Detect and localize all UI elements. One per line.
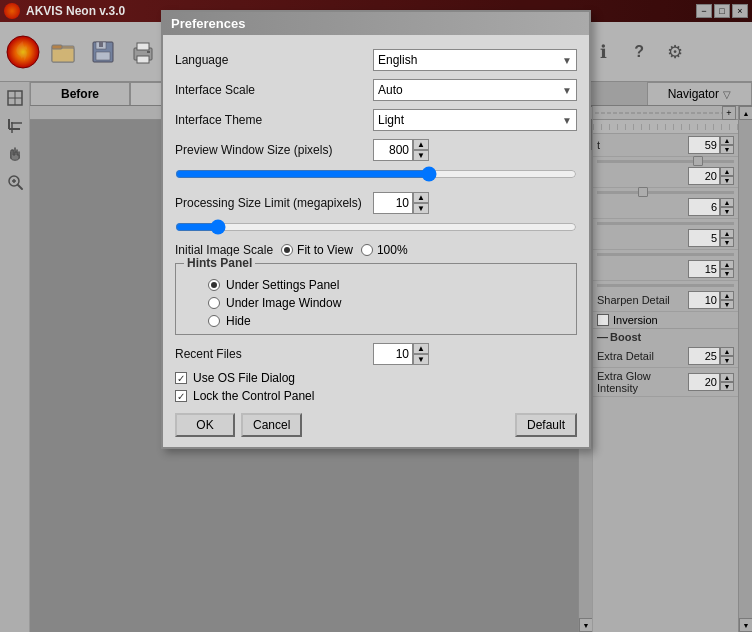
fit-to-view-label: Fit to View <box>297 243 353 257</box>
hints-hide-radio[interactable] <box>208 315 220 327</box>
processing-limit-spinner[interactable]: 10 ▲ ▼ <box>373 192 429 214</box>
recent-files-val[interactable]: 10 <box>373 343 413 365</box>
recent-files-up[interactable]: ▲ <box>413 343 429 354</box>
processing-limit-val[interactable]: 10 <box>373 192 413 214</box>
language-arrow-icon: ▼ <box>562 55 572 66</box>
language-select[interactable]: English ▼ <box>373 49 577 71</box>
theme-arrow-icon: ▼ <box>562 115 572 126</box>
recent-files-down[interactable]: ▼ <box>413 354 429 365</box>
cancel-button[interactable]: Cancel <box>241 413 302 437</box>
hints-hide-row[interactable]: Hide <box>184 312 568 330</box>
recent-files-btns: ▲ ▼ <box>413 343 429 365</box>
hints-hide-label: Hide <box>226 314 251 328</box>
hints-under-settings-label: Under Settings Panel <box>226 278 339 292</box>
use-os-dialog-label: Use OS File Dialog <box>193 371 295 385</box>
recent-files-row: Recent Files 10 ▲ ▼ <box>163 339 589 369</box>
ok-button[interactable]: OK <box>175 413 235 437</box>
interface-theme-select[interactable]: Light ▼ <box>373 109 577 131</box>
interface-scale-select[interactable]: Auto ▼ <box>373 79 577 101</box>
lock-control-checkbox[interactable]: ✓ <box>175 390 187 402</box>
use-os-dialog-row: ✓ Use OS File Dialog <box>163 369 589 387</box>
fit-to-view-option[interactable]: Fit to View <box>281 243 353 257</box>
interface-theme-row: Interface Theme Light ▼ <box>163 105 589 135</box>
preview-size-spinner[interactable]: 800 ▲ ▼ <box>373 139 429 161</box>
percent100-option[interactable]: 100% <box>361 243 408 257</box>
processing-limit-slider-container[interactable] <box>163 218 589 241</box>
recent-files-spinner[interactable]: 10 ▲ ▼ <box>373 343 429 365</box>
interface-scale-row: Interface Scale Auto ▼ <box>163 75 589 105</box>
hints-under-image-row[interactable]: Under Image Window <box>184 294 568 312</box>
interface-scale-label: Interface Scale <box>175 83 365 97</box>
processing-limit-slider[interactable] <box>175 220 577 234</box>
language-row: Language English ▼ <box>163 45 589 75</box>
language-label: Language <box>175 53 365 67</box>
percent100-radio[interactable] <box>361 244 373 256</box>
preview-size-btns: ▲ ▼ <box>413 139 429 161</box>
preview-size-row: Preview Window Size (pixels) 800 ▲ ▼ <box>163 135 589 165</box>
hints-under-settings-row[interactable]: Under Settings Panel <box>184 276 568 294</box>
hints-under-image-label: Under Image Window <box>226 296 341 310</box>
preview-size-slider-container[interactable] <box>163 165 589 188</box>
processing-limit-label: Processing Size Limit (megapixels) <box>175 196 365 210</box>
preview-size-slider[interactable] <box>175 167 577 181</box>
processing-limit-row: Processing Size Limit (megapixels) 10 ▲ … <box>163 188 589 218</box>
preview-size-val[interactable]: 800 <box>373 139 413 161</box>
use-os-dialog-checkbox[interactable]: ✓ <box>175 372 187 384</box>
fit-to-view-radio[interactable] <box>281 244 293 256</box>
percent100-label: 100% <box>377 243 408 257</box>
hints-panel-title: Hints Panel <box>184 256 255 270</box>
processing-limit-up[interactable]: ▲ <box>413 192 429 203</box>
interface-theme-label: Interface Theme <box>175 113 365 127</box>
preferences-overlay: Preferences Language English ▼ Interface… <box>0 0 752 632</box>
scale-arrow-icon: ▼ <box>562 85 572 96</box>
hints-under-settings-radio[interactable] <box>208 279 220 291</box>
hints-panel-group: Hints Panel Under Settings Panel Under I… <box>175 263 577 335</box>
lock-control-label: Lock the Control Panel <box>193 389 314 403</box>
processing-limit-down[interactable]: ▼ <box>413 203 429 214</box>
recent-files-label: Recent Files <box>175 347 365 361</box>
default-button[interactable]: Default <box>515 413 577 437</box>
preferences-buttons: OK Cancel Default <box>163 405 589 437</box>
lock-control-row: ✓ Lock the Control Panel <box>163 387 589 405</box>
preview-size-down[interactable]: ▼ <box>413 150 429 161</box>
processing-limit-btns: ▲ ▼ <box>413 192 429 214</box>
preferences-title: Preferences <box>163 12 589 35</box>
hints-under-image-radio[interactable] <box>208 297 220 309</box>
preview-size-label: Preview Window Size (pixels) <box>175 143 365 157</box>
preferences-dialog: Preferences Language English ▼ Interface… <box>161 10 591 449</box>
initial-scale-label: Initial Image Scale <box>175 243 273 257</box>
preview-size-up[interactable]: ▲ <box>413 139 429 150</box>
